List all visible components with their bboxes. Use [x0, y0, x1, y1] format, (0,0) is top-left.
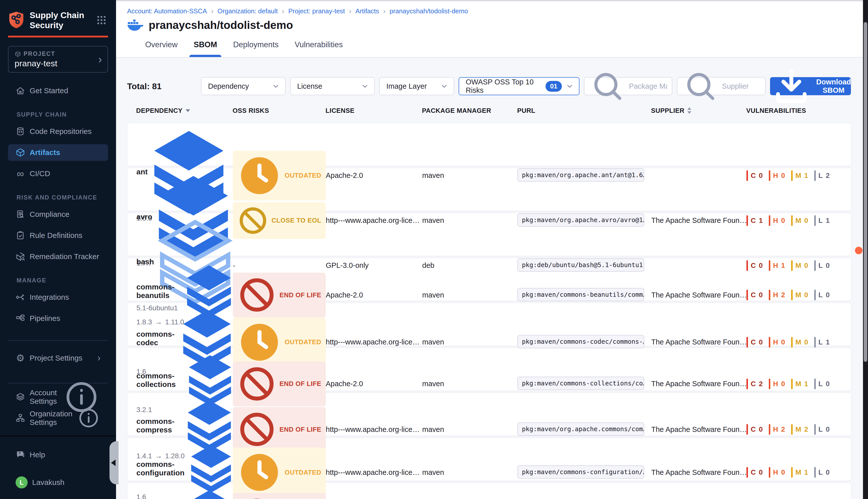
package-manager-input[interactable]: [629, 82, 667, 90]
breadcrumb-link[interactable]: Artifacts: [356, 7, 379, 15]
severity-letter: L: [819, 468, 823, 476]
license-cell: http---www.apache.org-lice…: [326, 468, 422, 477]
severity-count: 2: [759, 380, 763, 388]
purl-value[interactable]: pkg:maven/org.apache.ant/ant@1.6…: [517, 168, 644, 182]
license-filter[interactable]: License: [290, 77, 375, 95]
column-label: DEPENDENCY: [136, 107, 183, 114]
supplier-input[interactable]: [722, 82, 761, 90]
package-manager-cell: maven: [422, 468, 517, 477]
severity-count: 0: [804, 291, 808, 299]
scrollbar-thumb[interactable]: [864, 22, 867, 362]
severity-count: 1: [759, 217, 763, 224]
vuln-count-critical: C0: [746, 424, 763, 435]
package-manager-cell: maven: [422, 216, 517, 224]
column-header-license: LICENSE: [325, 107, 422, 114]
notification-dot[interactable]: [855, 247, 863, 254]
severity-count: 0: [826, 380, 830, 388]
dependency-filter[interactable]: Dependency: [201, 77, 286, 95]
severity-letter: H: [773, 172, 778, 180]
user-name: Lavakush: [32, 478, 64, 487]
oss-risk-cell: CLOSE TO EOL: [233, 202, 326, 239]
chevron-right-icon: ›: [98, 54, 102, 65]
purl-cell: pkg:maven/commons-codec/commons-…: [517, 335, 651, 349]
docker-whale-icon: [127, 19, 144, 31]
column-header-dependency[interactable]: DEPENDENCY: [136, 107, 233, 114]
tab-overview[interactable]: Overview: [141, 33, 182, 57]
sidebar-item-account-settings[interactable]: Account Settings: [8, 389, 108, 405]
sidebar-item-artifacts[interactable]: Artifacts: [8, 144, 108, 161]
severity-count: 1: [804, 380, 808, 388]
sidebar-item-integrations[interactable]: Integrations: [8, 289, 108, 305]
sidebar-item-code-repositories[interactable]: Code Repositories: [8, 123, 108, 140]
vuln-count-medium: M1: [791, 467, 808, 478]
purl-value[interactable]: pkg:maven/org.apache.commons/com…: [517, 422, 644, 436]
project-selector[interactable]: PROJECT pranay-test ›: [8, 46, 108, 73]
filter-label: Dependency: [208, 82, 272, 90]
module-grid-icon[interactable]: [96, 15, 107, 26]
breadcrumb-link[interactable]: pranaycshah/todolist-demo: [389, 7, 468, 15]
sidebar-item-label: Compliance: [30, 210, 69, 219]
sidebar-item-project-settings[interactable]: ⚙ Project Settings ›: [8, 350, 108, 366]
nav-section-label: RISK AND COMPLIANCE: [16, 194, 108, 201]
purl-value[interactable]: pkg:deb/ubuntu/bash@5.1-6ubuntu1: [517, 258, 644, 272]
severity-letter: H: [773, 291, 778, 299]
column-header-supplier[interactable]: SUPPLIER: [651, 107, 746, 114]
purl-value[interactable]: pkg:maven/org.apache.avro/avro@1…: [517, 213, 644, 227]
slash-icon: [237, 276, 276, 315]
sidebar-item-remediation-tracker[interactable]: Remediation Tracker: [8, 248, 108, 265]
sidebar-collapse-handle[interactable]: [110, 441, 119, 484]
sidebar-item-get-started[interactable]: Get Started: [8, 82, 108, 99]
sort-down-icon[interactable]: [186, 109, 190, 112]
oss-risk-cell: OUTDATED: [233, 151, 326, 200]
sidebar-item-compliance[interactable]: Compliance: [8, 206, 108, 223]
breadcrumb-separator: ›: [383, 7, 385, 15]
severity-letter: M: [795, 338, 802, 346]
owasp-risks-filter[interactable]: OWASP OSS Top 10 Risks 01: [459, 77, 580, 95]
supplier-cell: The Apache Software Foun…: [651, 380, 746, 388]
purl-value[interactable]: pkg:maven/commons-beanutils/comm…: [517, 288, 644, 301]
oss-risk-badge: OUTDATED: [233, 151, 326, 200]
sidebar-item-organization-settings[interactable]: Organization Settings: [8, 410, 108, 426]
severity-bar: [769, 290, 770, 300]
vuln-count-high: H2: [769, 424, 785, 435]
breadcrumb-link[interactable]: Organization: default: [218, 7, 278, 15]
table-row[interactable]: ant1.6.5OUTDATEDApache-2.0mavenpkg:maven…: [127, 123, 852, 166]
severity-letter: L: [819, 338, 823, 346]
sidebar-item-label: Artifacts: [30, 148, 60, 157]
purl-value[interactable]: pkg:maven/commons-collections/co…: [517, 377, 644, 390]
search-icon: [682, 68, 719, 105]
severity-bar: [791, 170, 793, 181]
box-wrench-icon: [15, 252, 25, 261]
severity-count: 0: [804, 338, 808, 346]
oss-risk-label: END OF LIFE: [280, 380, 321, 388]
user-menu[interactable]: L Lavakush: [8, 474, 108, 491]
tab-vulnerabilities[interactable]: Vulnerabilities: [290, 33, 347, 57]
purl-value[interactable]: pkg:maven/commons-codec/commons-…: [517, 335, 644, 348]
sidebar-item-ci-cd[interactable]: ∞CI/CD: [8, 165, 108, 182]
download-sbom-button[interactable]: Download SBOM: [770, 77, 851, 95]
layers-filled-icon: [186, 489, 233, 499]
breadcrumb-link[interactable]: Account: Automation-SSCA: [127, 7, 207, 15]
oss-risk-empty: -: [233, 261, 235, 270]
page-scrollbar[interactable]: [863, 0, 868, 499]
vuln-count-high: H0: [769, 379, 785, 389]
severity-count: 0: [826, 425, 830, 434]
vuln-count-medium: M0: [791, 337, 808, 348]
sidebar-item-rule-definitions[interactable]: Rule Definitions: [8, 227, 108, 244]
supplier-cell: The Apache Software Foun…: [651, 291, 746, 299]
image-layer-filter[interactable]: Image Layer: [379, 77, 454, 95]
help-button[interactable]: ? Help: [8, 447, 108, 463]
tab-deployments[interactable]: Deployments: [229, 33, 283, 57]
chevron-right-icon: ›: [97, 354, 100, 363]
purl-value[interactable]: pkg:maven/commons-configuration/…: [517, 465, 644, 479]
info-icon[interactable]: [77, 406, 100, 430]
breadcrumb-link[interactable]: Project: pranay-test: [288, 7, 345, 15]
tab-sbom[interactable]: SBOM: [189, 33, 221, 57]
dependency-table: ant1.6.5OUTDATEDApache-2.0mavenpkg:maven…: [127, 123, 852, 499]
page-title: pranaycshah/todolist-demo: [149, 19, 293, 32]
severity-count: 1: [826, 338, 830, 346]
sort-updown-icon[interactable]: [687, 107, 691, 114]
avatar: L: [15, 476, 28, 488]
clock-icon: [237, 320, 282, 364]
sidebar-item-pipelines[interactable]: Pipelines: [8, 310, 108, 327]
